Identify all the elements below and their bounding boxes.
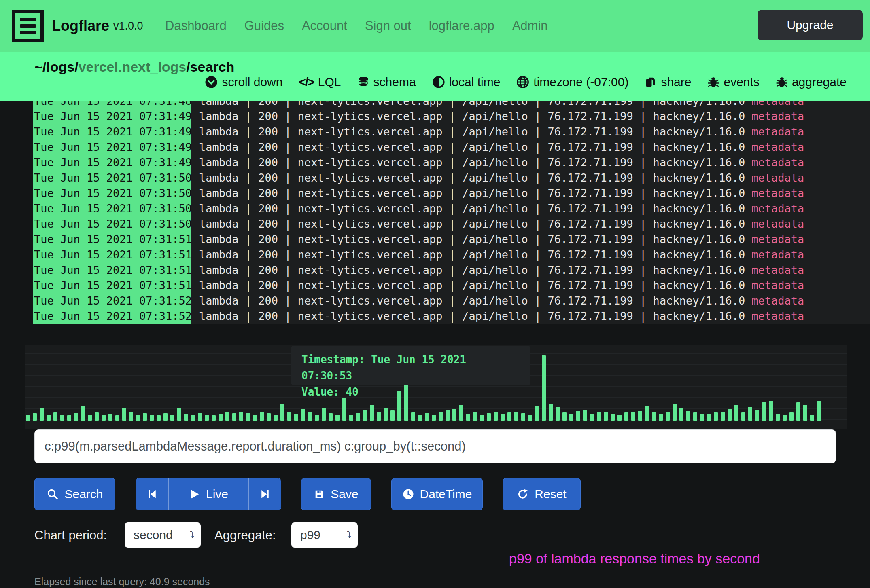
chart-bar[interactable]	[549, 404, 553, 421]
chart-bar[interactable]	[280, 404, 284, 421]
chart-bar[interactable]	[645, 406, 649, 421]
chart-bar[interactable]	[714, 412, 718, 421]
chart-bar[interactable]	[507, 412, 511, 421]
chart-bar[interactable]	[734, 405, 738, 421]
chart-bar[interactable]	[129, 412, 133, 421]
upgrade-button[interactable]: Upgrade	[758, 10, 863, 40]
chart-bar[interactable]	[67, 415, 71, 421]
chart-bar[interactable]	[631, 412, 635, 421]
chart-bar[interactable]	[721, 412, 725, 421]
chart-bar[interactable]	[686, 411, 690, 421]
metadata-link[interactable]: metadata	[751, 187, 804, 199]
log-row[interactable]: Tue Jun 15 2021 07:31:49lambda | 200 | n…	[0, 124, 870, 139]
chart-bar[interactable]	[108, 414, 112, 421]
nav-item-account[interactable]: Account	[302, 19, 347, 33]
log-row[interactable]: Tue Jun 15 2021 07:31:50lambda | 200 | n…	[0, 201, 870, 216]
chart-bar[interactable]	[789, 412, 794, 421]
nav-item-dashboard[interactable]: Dashboard	[165, 19, 227, 33]
chart-bar[interactable]	[212, 415, 216, 421]
skip-to-start-button[interactable]	[136, 478, 168, 510]
save-button[interactable]: Save	[301, 478, 371, 510]
chart-bar[interactable]	[755, 410, 759, 421]
chart-bar[interactable]	[40, 408, 44, 421]
chart-bar[interactable]	[225, 412, 229, 421]
log-row[interactable]: Tue Jun 15 2021 07:31:52lambda | 200 | n…	[0, 293, 870, 308]
chart-bar[interactable]	[693, 412, 697, 421]
chart-bar[interactable]	[246, 413, 250, 421]
chart-bar[interactable]	[776, 414, 780, 421]
chart-bar[interactable]	[542, 355, 546, 421]
chart-bar[interactable]	[638, 411, 642, 421]
chart-bar[interactable]	[81, 406, 85, 421]
nav-item-admin[interactable]: Admin	[512, 19, 548, 33]
metadata-link[interactable]: metadata	[751, 310, 804, 322]
metadata-link[interactable]: metadata	[751, 125, 804, 138]
toolbar-schema[interactable]: schema	[357, 75, 416, 89]
chart-bar[interactable]	[810, 415, 814, 421]
metadata-link[interactable]: metadata	[751, 171, 804, 184]
chart-bar[interactable]	[480, 415, 484, 421]
nav-item-logflare-app[interactable]: logflare.app	[429, 19, 494, 33]
chart-bar[interactable]	[232, 413, 236, 421]
metadata-link[interactable]: metadata	[751, 218, 804, 230]
chart-bar[interactable]	[611, 414, 615, 421]
chart-bar[interactable]	[349, 415, 353, 421]
chart-bar[interactable]	[356, 413, 360, 421]
chart-period-select[interactable]: second ⤵︎	[125, 522, 201, 548]
skip-to-end-button[interactable]	[248, 478, 281, 510]
chart-bar[interactable]	[597, 412, 601, 421]
toolbar-lql[interactable]: </>LQL	[299, 75, 341, 89]
toolbar-timezone-07-00[interactable]: timezone (-07:00)	[516, 75, 628, 89]
chart-bar[interactable]	[74, 413, 78, 421]
chart-bar[interactable]	[301, 409, 305, 421]
chart-bar[interactable]	[370, 405, 374, 421]
chart-bar[interactable]	[260, 412, 264, 421]
reset-button[interactable]: Reset	[503, 478, 581, 510]
log-row[interactable]: Tue Jun 15 2021 07:31:49lambda | 200 | n…	[0, 139, 870, 154]
chart-bar[interactable]	[528, 415, 532, 421]
toolbar-local-time[interactable]: local time	[432, 75, 501, 89]
chart-bar[interactable]	[439, 412, 443, 421]
chart-bar[interactable]	[411, 412, 415, 421]
chart-bar[interactable]	[322, 408, 326, 421]
chart-bar[interactable]	[803, 405, 807, 421]
chart-bar[interactable]	[418, 415, 422, 421]
chart-bar[interactable]	[452, 409, 456, 421]
chart-bar[interactable]	[700, 414, 704, 421]
chart-bar[interactable]	[157, 415, 161, 421]
log-row[interactable]: Tue Jun 15 2021 07:31:51lambda | 200 | n…	[0, 247, 870, 262]
chart-bar[interactable]	[473, 412, 477, 421]
live-button[interactable]: Live	[168, 478, 248, 510]
response-time-chart[interactable]: Timestamp: Tue Jun 15 2021 07:30:53 Valu…	[25, 345, 847, 429]
log-row[interactable]: Tue Jun 15 2021 07:31:49lambda | 200 | n…	[0, 108, 870, 124]
chart-bar[interactable]	[253, 415, 257, 421]
chart-bar[interactable]	[796, 402, 800, 421]
chart-bar[interactable]	[494, 412, 498, 421]
chart-bar[interactable]	[762, 402, 766, 421]
logflare-logo-icon[interactable]	[12, 10, 44, 42]
chart-bar[interactable]	[294, 414, 298, 421]
metadata-link[interactable]: metadata	[751, 110, 804, 123]
chart-bar[interactable]	[446, 410, 450, 421]
breadcrumb-source[interactable]: vercel.next_logs	[79, 59, 186, 74]
chart-bar[interactable]	[679, 408, 683, 421]
chart-bar[interactable]	[163, 413, 168, 421]
chart-bar[interactable]	[308, 412, 312, 421]
chart-bar[interactable]	[143, 413, 147, 421]
chart-bar[interactable]	[817, 401, 821, 421]
chart-bar[interactable]	[198, 413, 202, 421]
chart-bar-hovered[interactable]	[342, 398, 346, 421]
log-row[interactable]: Tue Jun 15 2021 07:31:50lambda | 200 | n…	[0, 216, 870, 231]
chart-bar[interactable]	[576, 411, 580, 421]
chart-bar[interactable]	[53, 412, 57, 421]
chart-bar[interactable]	[377, 412, 381, 421]
chart-bar[interactable]	[501, 414, 505, 421]
chart-bar[interactable]	[60, 415, 64, 421]
chart-bar[interactable]	[363, 410, 367, 421]
log-row[interactable]: Tue Jun 15 2021 07:31:49lambda | 200 | n…	[0, 154, 870, 170]
chart-bar[interactable]	[562, 412, 567, 421]
chart-bar[interactable]	[390, 410, 395, 421]
chart-bar[interactable]	[617, 415, 622, 421]
toolbar-aggregate[interactable]: aggregate	[776, 75, 847, 89]
chart-bar[interactable]	[624, 412, 628, 421]
